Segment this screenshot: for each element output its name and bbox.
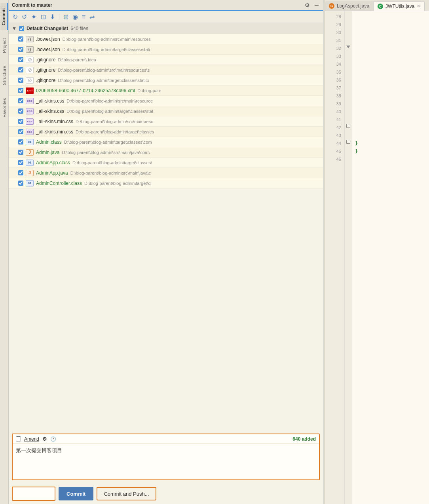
file-name[interactable]: .bower.json xyxy=(36,36,60,42)
file-path: D:\blog-parent\blog-admin\target\classes… xyxy=(66,109,153,114)
tab-close-icon[interactable]: ✕ xyxy=(417,4,420,9)
line-num: 30 xyxy=(336,29,341,36)
minimize-icon[interactable]: ─ xyxy=(313,2,320,9)
vcs-icon[interactable]: ✦ xyxy=(30,12,38,22)
minus-icon[interactable]: − xyxy=(346,140,350,144)
code-line xyxy=(355,76,426,84)
amend-checkbox[interactable] xyxy=(16,436,21,441)
gutter-marker xyxy=(345,67,352,74)
file-type-icon: 01 xyxy=(26,160,34,166)
tab-logaspect[interactable]: C LogAspect.java xyxy=(325,1,374,11)
list-item: {} .bower.json D:\blog-parent\blog-admin… xyxy=(9,44,323,55)
file-name[interactable]: Admin.java xyxy=(36,150,59,155)
file-checkbox[interactable] xyxy=(18,181,23,186)
file-checkbox[interactable] xyxy=(18,170,23,175)
sidebar-item-project[interactable]: Project xyxy=(1,33,8,58)
file-path: D:\blog-parent\blog-admin\src\main\resou… xyxy=(66,99,153,103)
file-name[interactable]: 0206e058-660c-4677-b214-24625a73c496.xml xyxy=(36,88,135,93)
commit-settings-icon[interactable]: ⚙ xyxy=(42,436,47,442)
commit-message-input[interactable] xyxy=(13,444,319,479)
tab-jwtutils-icon: C xyxy=(378,4,383,9)
group-icon[interactable]: ⊞ xyxy=(63,12,69,21)
empty-input-box[interactable] xyxy=(12,487,55,501)
file-checkbox[interactable] xyxy=(18,78,23,83)
file-checkbox[interactable] xyxy=(18,139,23,145)
gutter-marker xyxy=(345,130,352,138)
sidebar-item-favorites[interactable]: Favorites xyxy=(1,93,8,122)
file-path: D:\blog-parent\blog-admin\src\main\reso xyxy=(76,119,153,124)
commit-message-section: Amend ⚙ 🕐 640 added xyxy=(12,434,320,480)
file-checkbox[interactable] xyxy=(18,160,23,165)
settings-icon[interactable]: ⚙ xyxy=(304,2,311,9)
file-list: ▼ Default Changelist 640 files {} .bower… xyxy=(9,23,323,430)
triangle-down-icon xyxy=(346,46,350,48)
list-item: css _all-skins.css D:\blog-parent\blog-a… xyxy=(9,106,323,116)
file-path: D:\blog-parent\blog-admin\src\main\java\… xyxy=(70,171,151,175)
undo-icon[interactable]: ↺ xyxy=(21,12,28,21)
file-name[interactable]: .bower.json xyxy=(36,47,60,52)
file-checkbox[interactable] xyxy=(18,47,23,52)
file-name[interactable]: _all-skins.min.css xyxy=(36,129,73,135)
commit-button[interactable]: Commit xyxy=(59,487,93,500)
file-type-icon: 01 xyxy=(26,180,34,186)
file-checkbox[interactable] xyxy=(18,67,23,72)
line-num: 38 xyxy=(336,92,341,100)
line-num: 29 xyxy=(336,21,341,29)
gutter-marker xyxy=(345,11,352,19)
file-checkbox[interactable] xyxy=(18,129,23,134)
changelist-count: 640 files xyxy=(70,26,88,31)
eye-icon[interactable]: ◉ xyxy=(72,12,79,21)
commit-panel: Commit to master ⚙ ─ ↻ ↺ ✦ ⊡ ⬇ ⊞ ◉ ≡ ⇌ ▼ xyxy=(9,0,323,504)
list-item: xml 0206e058-660c-4677-b214-24625a73c496… xyxy=(9,86,323,96)
code-line xyxy=(355,52,426,60)
file-name[interactable]: AdminController.class xyxy=(36,181,82,186)
refresh-icon[interactable]: ↻ xyxy=(12,12,19,21)
diff-icon[interactable]: ⊡ xyxy=(40,12,47,21)
file-type-icon: {} xyxy=(26,36,34,42)
gutter-marker-minus-42: − xyxy=(345,122,352,130)
list-item: css _all-skins.min.css D:\blog-parent\bl… xyxy=(9,116,323,127)
down-icon[interactable]: ⬇ xyxy=(49,12,56,21)
file-name[interactable]: AdminApp.class xyxy=(36,160,70,165)
sort-icon[interactable]: ≡ xyxy=(81,13,86,21)
file-name[interactable]: _all-skins.min.css xyxy=(36,119,73,124)
sidebar-item-structure[interactable]: Structure xyxy=(1,61,8,90)
minus-icon[interactable]: − xyxy=(346,124,350,128)
expand-icon[interactable]: ⇌ xyxy=(89,12,95,21)
file-name[interactable]: _all-skins.css xyxy=(36,108,64,114)
file-checkbox[interactable] xyxy=(18,88,23,93)
file-checkbox[interactable] xyxy=(18,57,23,62)
expand-icon[interactable]: ▼ xyxy=(12,26,17,31)
gutter-marker-minus-44: − xyxy=(345,138,352,146)
title-bar: Commit to master ⚙ ─ xyxy=(9,0,323,11)
list-item: ⊘ .gitignore D:\blog-parent\blog-admin\s… xyxy=(9,65,323,75)
file-checkbox[interactable] xyxy=(18,150,23,155)
line-num: 35 xyxy=(336,68,341,76)
file-name[interactable]: Admin.class xyxy=(36,139,62,145)
file-checkbox[interactable] xyxy=(18,119,23,124)
tab-jwtutils[interactable]: C JWTUtils.java ✕ xyxy=(374,1,425,11)
file-name[interactable]: AdminApp.java xyxy=(36,170,68,176)
changelist-checkbox[interactable] xyxy=(19,26,24,31)
panel-title: Commit to master xyxy=(12,2,52,8)
commit-history-icon[interactable]: 🕐 xyxy=(50,436,56,442)
list-item: ⊘ .gitignore D:\blog-parent\.idea xyxy=(9,55,323,65)
file-name[interactable]: .gitignore xyxy=(36,78,55,83)
sidebar-item-commit[interactable]: Commit xyxy=(0,3,8,30)
file-path: D:\blog-parent\blog-admin\target\classes… xyxy=(58,78,149,83)
file-checkbox[interactable] xyxy=(18,36,23,42)
file-checkbox[interactable] xyxy=(18,98,23,103)
commit-push-button[interactable]: Commit and Push... xyxy=(97,487,156,500)
file-checkbox[interactable] xyxy=(18,108,23,114)
file-name[interactable]: .gitignore xyxy=(36,57,55,63)
gutter-marker xyxy=(345,154,352,162)
file-name[interactable]: _all-skins.css xyxy=(36,98,64,104)
gutter-marker xyxy=(345,59,352,67)
gutter-marker xyxy=(345,82,352,90)
file-path: D:\blog-parent\blog-admin\src\main\resou… xyxy=(63,37,151,42)
file-name[interactable]: .gitignore xyxy=(36,67,55,73)
changelist-title: Default Changelist xyxy=(27,26,68,31)
list-item: J AdminApp.java D:\blog-parent\blog-admi… xyxy=(9,168,323,178)
file-type-icon: {} xyxy=(26,46,34,53)
line-num: 37 xyxy=(336,84,341,92)
